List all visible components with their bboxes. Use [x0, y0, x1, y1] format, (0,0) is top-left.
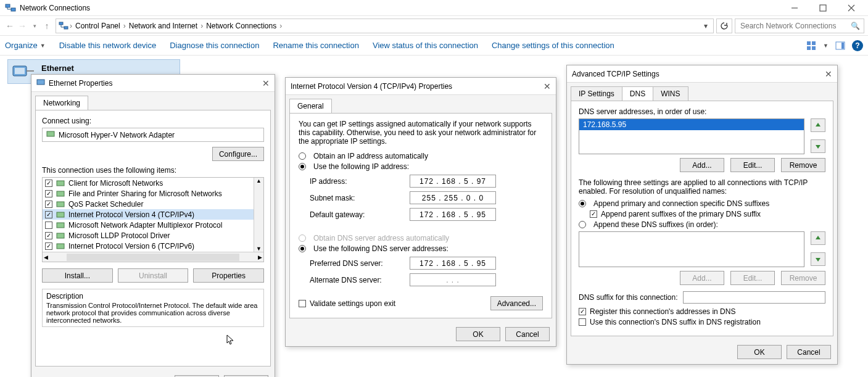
help-icon[interactable]: ? — [852, 40, 863, 51]
cmd-disable[interactable]: Disable this network device — [59, 41, 157, 50]
cancel-button[interactable]: Cancel — [787, 345, 831, 359]
default-gateway-field[interactable]: 172 . 168 . 5 . 95 — [410, 208, 496, 221]
install-button[interactable]: Install... — [42, 268, 113, 283]
component-list-item[interactable]: Microsoft Network Adapter Multiplexor Pr… — [43, 220, 263, 230]
close-icon[interactable]: ✕ — [825, 69, 832, 79]
suffix-edit-button[interactable]: Edit... — [730, 271, 775, 285]
network-adapter-icon — [36, 78, 45, 88]
components-list[interactable]: ✓Client for Microsoft Networks✓File and … — [42, 177, 264, 262]
tab-ip-settings[interactable]: IP Settings — [571, 86, 622, 101]
cmd-diagnose[interactable]: Diagnose this connection — [170, 41, 259, 50]
checkbox-icon[interactable]: ✓ — [45, 211, 52, 218]
preferred-dns-field[interactable]: 172 . 168 . 5 . 95 — [410, 257, 496, 270]
suffix-move-down-button[interactable] — [811, 252, 825, 266]
dns-suffix-input[interactable] — [683, 291, 825, 304]
move-up-button[interactable] — [811, 118, 825, 132]
dialog-title: Advanced TCP/IP Settings — [572, 70, 659, 78]
checkbox-icon[interactable]: ✓ — [45, 190, 52, 197]
advanced-button[interactable]: Advanced... — [490, 296, 543, 310]
alternate-dns-field[interactable]: . . . — [410, 273, 496, 286]
search-box[interactable]: 🔍 — [735, 19, 864, 33]
view-dropdown[interactable]: ▼ — [823, 43, 829, 49]
address-dropdown[interactable]: ▾ — [701, 22, 711, 30]
organize-menu[interactable]: Organize▼ — [5, 41, 46, 50]
subnet-mask-field[interactable]: 255 . 255 . 0 . 0 — [410, 191, 496, 204]
dns-suffix-list[interactable] — [579, 231, 804, 267]
horizontal-scrollbar[interactable]: ◀ ▶ — [43, 252, 263, 262]
ip-address-label: IP address: — [299, 177, 410, 186]
scroll-right-icon[interactable]: ▶ — [258, 254, 262, 260]
tab-dns[interactable]: DNS — [622, 86, 653, 101]
svg-rect-2 — [820, 5, 826, 11]
close-button[interactable] — [837, 0, 866, 16]
radio-append-primary[interactable]: Append primary and connection specific D… — [579, 199, 825, 208]
breadcrumb-item[interactable]: Network and Internet — [129, 22, 197, 30]
view-options-icon[interactable] — [806, 40, 817, 51]
close-icon[interactable]: ✕ — [262, 78, 270, 88]
checkbox-register-dns[interactable]: ✓Register this connection's addresses in… — [579, 307, 825, 316]
cmd-rename[interactable]: Rename this connection — [273, 41, 358, 50]
refresh-button[interactable] — [716, 19, 732, 33]
breadcrumb[interactable]: › Control Panel › Network and Internet ›… — [56, 19, 714, 33]
checkbox-append-parent[interactable]: ✓Append parent suffixes of the primary D… — [579, 210, 825, 218]
uninstall-button[interactable]: Uninstall — [118, 268, 189, 283]
cancel-button[interactable]: Cancel — [505, 327, 550, 341]
checkbox-icon[interactable]: ✓ — [45, 242, 52, 250]
cmd-status[interactable]: View status of this connection — [373, 41, 478, 50]
validate-checkbox[interactable]: Validate settings upon exit — [299, 299, 395, 308]
radio-use-dns[interactable]: Use the following DNS server addresses: — [299, 244, 543, 253]
vertical-scrollbar[interactable]: ▲ ▼ — [254, 178, 263, 252]
checkbox-icon[interactable]: ✓ — [45, 232, 52, 239]
preview-pane-icon[interactable] — [835, 40, 846, 51]
checkbox-icon[interactable] — [45, 222, 52, 229]
forward-button[interactable]: → — [16, 21, 28, 31]
search-icon: 🔍 — [851, 22, 860, 30]
properties-button[interactable]: Properties — [193, 268, 264, 283]
suffix-add-button[interactable]: Add... — [680, 271, 724, 285]
scroll-down-icon[interactable]: ▼ — [256, 246, 262, 252]
tab-general[interactable]: General — [289, 99, 332, 113]
dns-edit-button[interactable]: Edit... — [730, 158, 775, 172]
suffix-move-up-button[interactable] — [811, 231, 825, 245]
component-list-item[interactable]: ✓Client for Microsoft Networks — [43, 178, 263, 188]
checkbox-icon[interactable]: ✓ — [45, 201, 52, 208]
component-icon — [56, 211, 65, 218]
preferred-dns-label: Preferred DNS server: — [299, 259, 410, 268]
move-down-button[interactable] — [811, 139, 825, 153]
checkbox-icon[interactable]: ✓ — [45, 180, 52, 187]
search-input[interactable] — [739, 21, 851, 31]
suffix-remove-button[interactable]: Remove — [781, 271, 825, 285]
scroll-left-icon[interactable]: ◀ — [44, 254, 48, 260]
radio-obtain-ip[interactable]: Obtain an IP address automatically — [299, 152, 543, 160]
component-list-item[interactable]: ✓Internet Protocol Version 4 (TCP/IPv4) — [43, 209, 263, 220]
radio-append-these[interactable]: Append these DNS suffixes (in order): — [579, 220, 825, 229]
breadcrumb-item[interactable]: Control Panel — [75, 22, 120, 30]
ok-button[interactable]: OK — [456, 327, 500, 341]
explorer-titlebar: Network Connections — [0, 0, 868, 16]
breadcrumb-item[interactable]: Network Connections — [206, 22, 276, 30]
recent-dropdown[interactable]: ▾ — [28, 23, 41, 29]
up-button[interactable]: ↑ — [41, 21, 53, 31]
scroll-up-icon[interactable]: ▲ — [256, 178, 262, 184]
tab-networking[interactable]: Networking — [35, 96, 88, 110]
dns-list-item[interactable]: 172.168.5.95 — [579, 119, 804, 130]
radio-use-ip[interactable]: Use the following IP address: — [299, 162, 543, 171]
close-icon[interactable]: ✕ — [544, 81, 551, 91]
ip-address-field[interactable]: 172 . 168 . 5 . 97 — [410, 175, 496, 188]
dns-add-button[interactable]: Add... — [680, 158, 724, 172]
back-button[interactable]: ← — [4, 21, 16, 31]
component-list-item[interactable]: ✓Internet Protocol Version 6 (TCP/IPv6) — [43, 241, 263, 251]
dns-remove-button[interactable]: Remove — [781, 158, 825, 172]
tab-wins[interactable]: WINS — [653, 86, 688, 101]
ok-button[interactable]: OK — [737, 345, 782, 359]
maximize-button[interactable] — [809, 0, 837, 16]
cmd-change-settings[interactable]: Change settings of this connection — [492, 41, 614, 50]
ethernet-properties-dialog: Ethernet Properties ✕ Networking Connect… — [31, 74, 275, 377]
configure-button[interactable]: Configure... — [212, 147, 264, 161]
component-list-item[interactable]: ✓File and Printer Sharing for Microsoft … — [43, 188, 263, 199]
minimize-button[interactable] — [780, 0, 809, 16]
dns-server-list[interactable]: 172.168.5.95 — [579, 118, 804, 154]
component-list-item[interactable]: ✓Microsoft LLDP Protocol Driver — [43, 230, 263, 241]
checkbox-use-suffix[interactable]: Use this connection's DNS suffix in DNS … — [579, 318, 825, 326]
component-list-item[interactable]: ✓QoS Packet Scheduler — [43, 199, 263, 209]
